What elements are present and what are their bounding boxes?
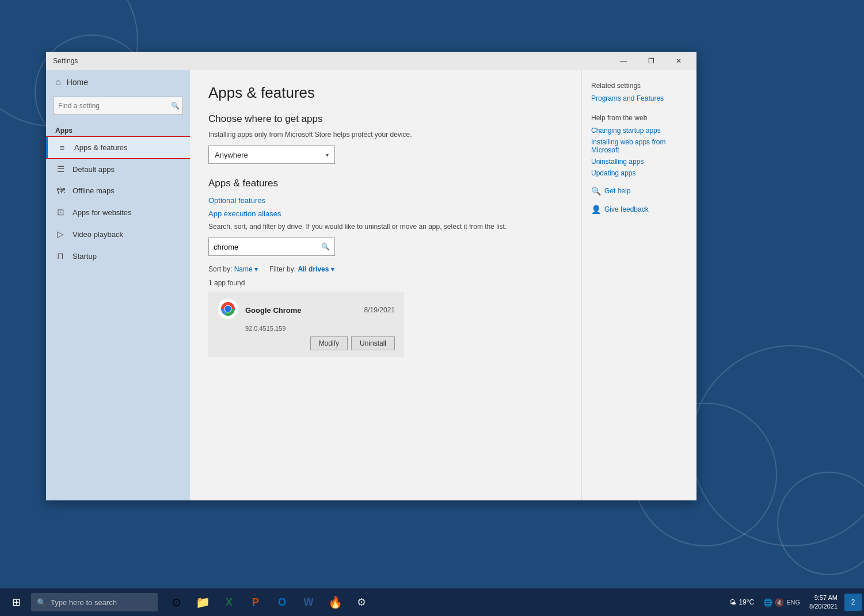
home-icon: ⌂ [55,77,61,87]
app-version: 92.0.4515.159 [218,325,395,332]
installing-web-apps-link[interactable]: Installing web apps from Microsoft [591,138,687,154]
app-buttons: Modify Uninstall [218,336,395,350]
sidebar-item-apps-features-label: Apps & features [74,143,128,152]
network-icon[interactable]: 🌐 [763,598,772,607]
changing-startup-link[interactable]: Changing startup apps [591,127,687,135]
maximize-button[interactable]: ❐ [638,52,664,70]
apps-source-value: Anywhere [215,151,248,159]
app-execution-aliases-link[interactable]: App execution aliases [208,209,563,218]
sidebar-item-startup-label: Startup [73,252,97,261]
get-help-action[interactable]: 🔍 Get help [591,186,687,196]
taskbar-excel[interactable]: X [216,590,242,615]
uninstall-button[interactable]: Uninstall [351,336,395,350]
app-info: Google Chrome [245,305,357,315]
video-playback-icon: ▷ [55,229,66,239]
lang-label: ENG [786,599,800,606]
app-item-header: Google Chrome 8/19/2021 [218,299,395,322]
home-label: Home [67,78,88,87]
taskbar: ⊞ 🔍 Type here to search ⊙ 📁 X P O W 🔥 ⚙ … [0,588,864,616]
help-web-title: Help from the web [591,114,687,122]
sidebar-search-container: 🔍 [53,97,183,115]
optional-features-link[interactable]: Optional features [208,196,563,205]
results-count: 1 app found [208,279,563,287]
sidebar-item-apps-websites[interactable]: ⊡ Apps for websites [46,201,190,223]
app-search-box[interactable]: 🔍 [208,238,335,256]
start-button[interactable]: ⊞ [2,588,30,616]
taskbar-search[interactable]: 🔍 Type here to search [31,593,158,611]
sidebar-item-apps-websites-label: Apps for websites [73,208,132,217]
get-help-icon: 🔍 [591,186,601,196]
taskbar-weather[interactable]: 🌤 19°C [725,598,759,606]
taskbar-file-explorer[interactable]: 📁 [190,590,215,615]
weather-icon: 🌤 [729,598,736,606]
taskbar-firefox[interactable]: 🔥 [322,590,348,615]
uninstalling-apps-link[interactable]: Uninstalling apps [591,158,687,166]
taskbar-clock[interactable]: 9:57 AM 8/20/2021 [805,594,842,611]
offline-maps-icon: 🗺 [55,186,66,196]
title-bar: Settings — ❐ ✕ [46,52,696,70]
sort-value[interactable]: Name ▾ [234,265,258,273]
sidebar-item-apps-features[interactable]: ≡ Apps & features [46,137,190,158]
programs-features-link[interactable]: Programs and Features [591,94,687,102]
taskbar-search-icon: 🔍 [37,598,46,607]
minimize-button[interactable]: — [610,52,637,70]
taskbar-search-placeholder: Type here to search [51,598,117,607]
default-apps-icon: ☰ [55,164,66,174]
feedback-icon: 👤 [591,205,601,214]
window-body: ⌂ Home 🔍 Apps ≡ Apps & features ☰ Defaul… [46,70,696,500]
volume-icon[interactable]: 🔇 [775,598,784,607]
page-title: Apps & features [208,84,563,102]
taskbar-system-icons: 🌐 🔇 ENG [761,598,802,607]
close-button[interactable]: ✕ [665,52,692,70]
give-feedback-action[interactable]: 👤 Give feedback [591,205,687,214]
filter-label: Filter by: All drives ▾ [269,265,334,273]
taskbar-outlook[interactable]: O [269,590,295,615]
sidebar-item-home[interactable]: ⌂ Home [46,70,190,94]
svg-point-2 [225,306,231,312]
right-panel: Related settings Programs and Features H… [581,70,696,500]
app-name: Google Chrome [245,306,302,315]
taskbar-time-value: 9:57 AM [814,594,838,602]
sidebar-item-default-apps[interactable]: ☰ Default apps [46,158,190,180]
app-list-item: Google Chrome 8/19/2021 92.0.4515.159 Mo… [208,292,404,357]
chrome-app-icon [218,299,238,322]
chevron-down-icon: ▾ [326,152,329,158]
window-controls: — ❐ ✕ [610,52,692,70]
choose-subtitle: Installing apps only from Microsoft Stor… [208,131,563,139]
apps-features-icon: ≡ [57,143,67,152]
taskbar-date-value: 8/20/2021 [809,602,838,611]
app-date: 8/19/2021 [364,306,395,314]
sort-filter-row: Sort by: Name ▾ Filter by: All drives ▾ [208,265,563,273]
related-settings-title: Related settings [591,82,687,90]
search-description: Search, sort, and filter by drive. If yo… [208,223,563,231]
taskbar-word[interactable]: W [296,590,321,615]
get-help-label: Get help [604,187,630,195]
search-icon: 🔍 [171,102,180,110]
sidebar-item-video-playback-label: Video playback [73,230,123,239]
updating-apps-link[interactable]: Updating apps [591,169,687,177]
sidebar: ⌂ Home 🔍 Apps ≡ Apps & features ☰ Defaul… [46,70,190,500]
sidebar-item-video-playback[interactable]: ▷ Video playback [46,223,190,245]
modify-button[interactable]: Modify [310,336,348,350]
main-content: Apps & features Choose where to get apps… [190,70,581,500]
sidebar-item-default-apps-label: Default apps [73,165,115,174]
taskbar-settings[interactable]: ⚙ [349,590,374,615]
give-feedback-label: Give feedback [604,205,649,213]
taskbar-powerpoint[interactable]: P [243,590,268,615]
notification-badge[interactable]: 2 [844,594,862,611]
taskbar-task-view[interactable]: ⊙ [163,590,189,615]
window-title: Settings [53,57,78,65]
sidebar-section-label: Apps [46,122,190,137]
filter-value[interactable]: All drives ▾ [298,265,334,273]
sidebar-search-input[interactable] [53,97,183,115]
app-search-input[interactable] [214,243,321,251]
sidebar-item-startup[interactable]: ⊓ Startup [46,245,190,267]
settings-window: Settings — ❐ ✕ ⌂ Home 🔍 Apps ≡ [46,52,696,500]
sidebar-item-offline-maps[interactable]: 🗺 Offline maps [46,180,190,201]
sidebar-item-offline-maps-label: Offline maps [73,186,115,195]
apps-features-subtitle: Apps & features [208,178,563,189]
weather-temp: 19°C [739,598,754,606]
taskbar-right: 🌤 19°C 🌐 🔇 ENG 9:57 AM 8/20/2021 2 [725,594,862,611]
apps-websites-icon: ⊡ [55,207,66,217]
apps-source-dropdown[interactable]: Anywhere ▾ [208,146,335,164]
